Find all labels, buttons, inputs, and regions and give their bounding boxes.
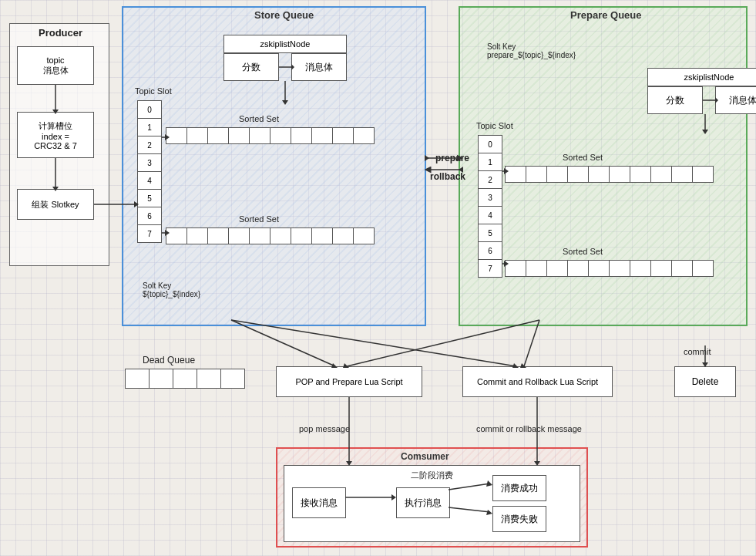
producer-title: Producer xyxy=(39,27,82,39)
slot-1-store: 1 xyxy=(137,118,162,136)
svg-line-26 xyxy=(524,320,539,366)
slot-3-prepare: 3 xyxy=(478,188,502,207)
pop-prepare-script-box: POP and Prepare Lua Script xyxy=(276,366,422,397)
slot-table-store: 0 1 2 3 4 5 6 7 xyxy=(137,100,162,242)
sorted-set-prepare1-label: Sorted Set xyxy=(563,153,603,162)
store-queue-title: Store Queue xyxy=(254,9,314,21)
svg-line-30 xyxy=(347,320,539,366)
two-phase-label: 二阶段消费 xyxy=(411,470,453,481)
dead-queue-cells xyxy=(125,369,244,389)
producer-slot-box: 组装 Slotkey xyxy=(17,189,94,220)
solt-key-store-label: Solt Key ${topic}_${index} xyxy=(143,281,200,298)
execute-box: 执行消息 xyxy=(396,487,450,518)
sorted-set-prepare2-label: Sorted Set xyxy=(563,247,603,256)
zskiplist-prepare-title: zskiplistNode xyxy=(647,68,756,86)
rollback-label: rollback xyxy=(430,171,465,182)
sorted-set-store1-label: Sorted Set xyxy=(239,114,279,123)
consumer-title: Comsumer xyxy=(401,451,449,462)
slot-4-prepare: 4 xyxy=(478,206,502,224)
sorted-set-prepare-row2 xyxy=(505,260,713,277)
commit-label: commit xyxy=(684,347,711,356)
slot-6-store: 6 xyxy=(137,207,162,225)
prepare-label: prepare xyxy=(435,153,469,163)
diagram-area: Store Queue Prepare Queue Producer topic… xyxy=(0,0,756,556)
sorted-set-prepare-row1 xyxy=(505,166,713,183)
slot-0-store: 0 xyxy=(137,100,162,119)
zskiplist-store-body: 消息体 xyxy=(291,53,347,81)
producer-calc-box: 计算槽位 index = CRC32 & 7 xyxy=(17,112,94,158)
slot-5-store: 5 xyxy=(137,189,162,207)
slot-table-prepare: 0 1 2 3 4 5 6 7 xyxy=(478,135,502,277)
slot-2-store: 2 xyxy=(137,136,162,154)
pop-message-label: pop message xyxy=(299,424,350,433)
zskiplist-store-title: zskiplistNode xyxy=(223,35,347,53)
producer-topic-box: topic 消息体 xyxy=(17,46,94,85)
commit-rollback-script-box: Commit and Rollback Lua Script xyxy=(462,366,613,397)
slot-7-store: 7 xyxy=(137,224,162,243)
prepare-queue-title: Prepare Queue xyxy=(570,9,642,21)
sorted-set-store-row2 xyxy=(166,227,374,244)
svg-line-28 xyxy=(231,320,516,366)
slot-2-prepare: 2 xyxy=(478,170,502,189)
success-box: 消费成功 xyxy=(492,475,546,501)
solt-key-prepare-label: Solt Key prepare_${topic}_${index} xyxy=(487,42,576,59)
slot-5-prepare: 5 xyxy=(478,224,502,242)
zskiplist-store-score: 分数 xyxy=(223,53,279,81)
slot-7-prepare: 7 xyxy=(478,259,502,278)
zskiplist-prepare-score: 分数 xyxy=(647,86,703,114)
slot-1-prepare: 1 xyxy=(478,153,502,171)
slot-6-prepare: 6 xyxy=(478,241,502,260)
slot-0-prepare: 0 xyxy=(478,135,502,153)
sorted-set-store2-label: Sorted Set xyxy=(239,214,279,224)
zskiplist-prepare-body: 消息体 xyxy=(715,86,756,114)
topic-slot-prepare-label: Topic Slot xyxy=(476,121,513,130)
delete-box: Delete xyxy=(674,366,736,397)
svg-line-24 xyxy=(231,320,335,366)
slot-3-store: 3 xyxy=(137,153,162,172)
commit-rollback-message-label: commit or rollback message xyxy=(476,424,582,433)
topic-slot-store-label: Topic Slot xyxy=(135,86,172,96)
slot-4-store: 4 xyxy=(137,171,162,190)
receive-box: 接收消息 xyxy=(292,487,346,518)
dead-queue-label: Dead Queue xyxy=(143,355,195,366)
fail-box: 消费失败 xyxy=(492,506,546,532)
sorted-set-store-row1 xyxy=(166,127,374,144)
consumer-inner-box: 二阶段消费 接收消息 执行消息 消费成功 消费失败 xyxy=(284,465,580,542)
